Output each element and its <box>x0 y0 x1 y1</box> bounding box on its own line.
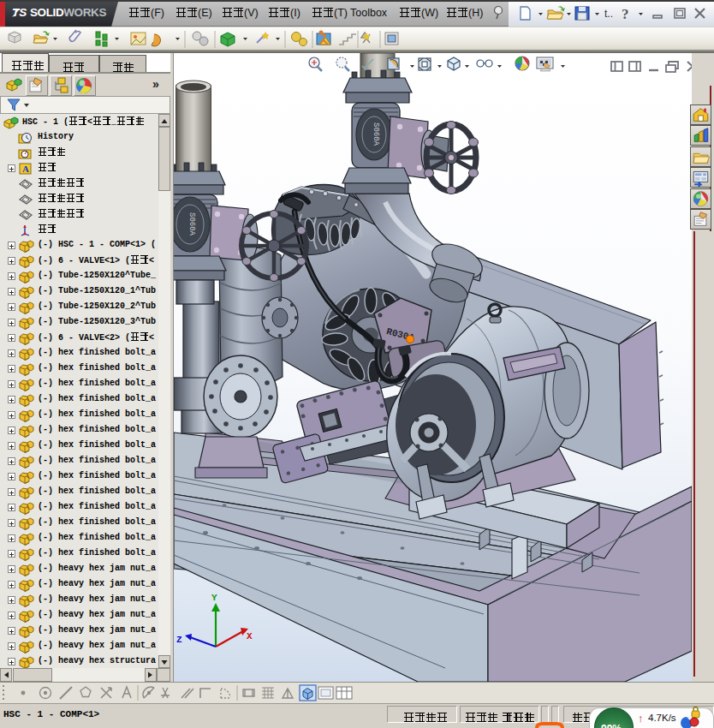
svg-text:S060A: S060A <box>187 212 196 236</box>
svg-text:S060A: S060A <box>372 122 380 146</box>
svg-text:Z: Z <box>176 635 182 645</box>
svg-text:t..: t.. <box>604 8 613 20</box>
svg-text:?: ? <box>622 6 629 22</box>
svg-text:Y: Y <box>211 593 217 603</box>
svg-text:X: X <box>247 631 253 641</box>
svg-text:A: A <box>22 164 29 174</box>
